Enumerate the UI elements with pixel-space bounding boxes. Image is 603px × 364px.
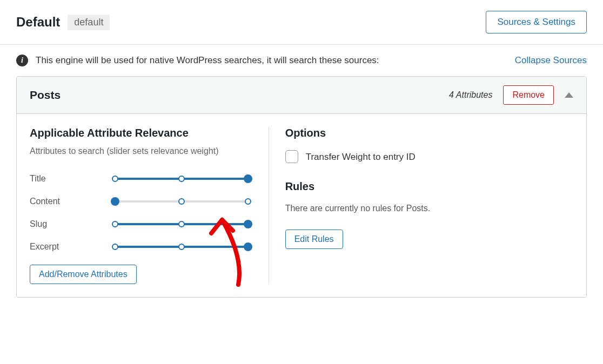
source-panel: Posts 4 Attributes Remove Applicable Att… bbox=[16, 76, 587, 298]
rules-text: There are currently no rules for Posts. bbox=[285, 204, 573, 213]
slider-handle[interactable] bbox=[111, 197, 119, 206]
slider-handle[interactable] bbox=[112, 176, 118, 182]
slider-row: Content bbox=[30, 197, 252, 206]
add-remove-attributes-button[interactable]: Add/Remove Attributes bbox=[30, 265, 137, 284]
edit-rules-button[interactable]: Edit Rules bbox=[285, 230, 343, 249]
panel-title: Posts bbox=[30, 89, 61, 102]
panel-header-right: 4 Attributes Remove bbox=[449, 85, 573, 105]
slider-label: Slug bbox=[30, 219, 111, 229]
transfer-weight-option: Transfer Weight to entry ID bbox=[285, 150, 573, 164]
header-left: Default default bbox=[16, 15, 110, 30]
transfer-weight-checkbox[interactable] bbox=[285, 150, 298, 163]
slider-handle[interactable] bbox=[244, 220, 252, 228]
collapse-sources-link[interactable]: Collapse Sources bbox=[515, 55, 587, 66]
info-text: This engine will be used for native Word… bbox=[36, 55, 379, 66]
slider-row: Excerpt bbox=[30, 242, 252, 252]
panel-header: Posts 4 Attributes Remove bbox=[17, 77, 586, 114]
slider-label: Content bbox=[30, 197, 111, 206]
slider-label: Excerpt bbox=[30, 242, 111, 252]
options-heading: Options bbox=[285, 127, 573, 139]
sources-settings-button[interactable]: Sources & Settings bbox=[486, 11, 587, 33]
info-bar: i This engine will be used for native Wo… bbox=[0, 45, 603, 76]
relevance-slider[interactable] bbox=[111, 220, 252, 228]
slider-label: Title bbox=[30, 174, 111, 184]
attribute-count: 4 Attributes bbox=[449, 90, 492, 100]
slider-handle[interactable] bbox=[112, 221, 118, 227]
slider-handle[interactable] bbox=[178, 244, 185, 250]
engine-header: Default default Sources & Settings bbox=[0, 0, 603, 45]
slider-handle[interactable] bbox=[244, 174, 252, 183]
attributes-subtext: Attributes to search (slider sets releva… bbox=[30, 145, 252, 158]
options-column: Options Transfer Weight to entry ID Rule… bbox=[269, 127, 573, 284]
slider-handle[interactable] bbox=[178, 176, 185, 182]
engine-title: Default bbox=[16, 15, 60, 30]
sliders-container: TitleContentSlugExcerpt bbox=[30, 174, 252, 252]
slider-handle[interactable] bbox=[178, 221, 185, 227]
engine-badge: default bbox=[68, 15, 110, 30]
slider-handle[interactable] bbox=[112, 244, 118, 250]
info-left: i This engine will be used for native Wo… bbox=[16, 55, 379, 66]
slider-row: Title bbox=[30, 174, 252, 184]
slider-handle[interactable] bbox=[245, 198, 251, 205]
attributes-column: Applicable Attribute Relevance Attribute… bbox=[30, 127, 269, 284]
remove-button[interactable]: Remove bbox=[503, 85, 554, 105]
attributes-heading: Applicable Attribute Relevance bbox=[30, 127, 252, 139]
transfer-weight-label: Transfer Weight to entry ID bbox=[306, 150, 416, 164]
info-icon: i bbox=[16, 55, 28, 66]
slider-handle[interactable] bbox=[178, 198, 185, 205]
slider-handle[interactable] bbox=[244, 242, 252, 251]
rules-heading: Rules bbox=[285, 180, 573, 193]
relevance-slider[interactable] bbox=[111, 174, 252, 183]
panel-body: Applicable Attribute Relevance Attribute… bbox=[17, 114, 586, 297]
relevance-slider[interactable] bbox=[111, 242, 252, 251]
slider-row: Slug bbox=[30, 219, 252, 229]
collapse-caret-icon[interactable] bbox=[565, 92, 573, 98]
relevance-slider[interactable] bbox=[111, 197, 252, 206]
